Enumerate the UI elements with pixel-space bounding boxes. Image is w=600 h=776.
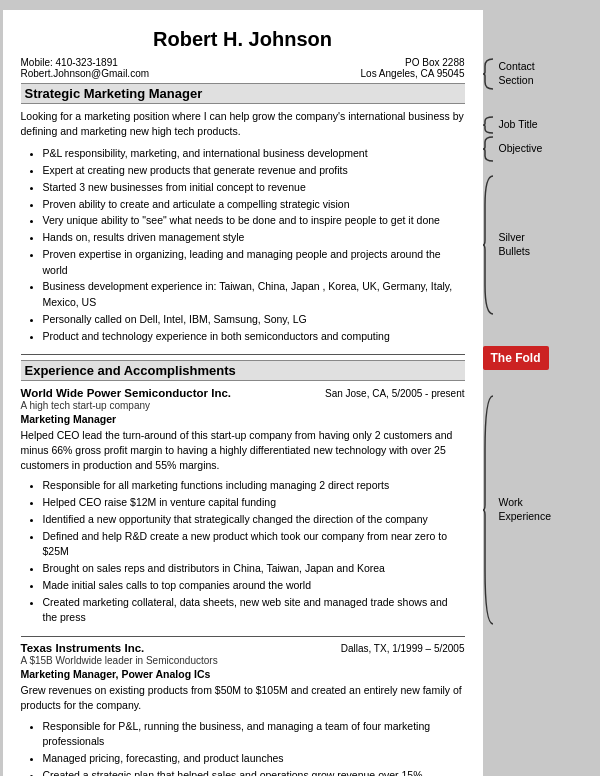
job-bullet-item: Helped CEO raise $12M in venture capital…: [43, 495, 465, 511]
section-divider-1: [21, 354, 465, 355]
silver-bullet-item: Proven expertise in organizing, leading …: [43, 247, 465, 279]
contact-left: Mobile: 410-323-1891 Robert.Johnson@Gmai…: [21, 57, 150, 79]
contact-annotation-label: ContactSection: [499, 60, 535, 87]
job-title-header: Strategic Marketing Manager: [21, 83, 465, 104]
fold-annotation: The Fold: [483, 346, 549, 370]
silver-bullet-item: Expert at creating new products that gen…: [43, 163, 465, 179]
company-row-2: Texas Instruments Inc. Dallas, TX, 1/199…: [21, 642, 465, 654]
company-desc-1: A high tech start-up company: [21, 400, 465, 411]
company-row-1: World Wide Power Semiconductor Inc. San …: [21, 387, 465, 399]
contact-right: PO Box 2288 Los Angeles, CA 95045: [361, 57, 465, 79]
silver-bullet-item: P&L responsibility, marketing, and inter…: [43, 146, 465, 162]
job-title-1: Marketing Manager: [21, 413, 465, 425]
job-bullets-2: Responsible for P&L, running the busines…: [21, 719, 465, 776]
work-experience-annotation: WorkExperience: [483, 395, 552, 625]
objective-brace-icon: [483, 136, 495, 162]
job-summary-2: Grew revenues on existing products from …: [21, 683, 465, 712]
silver-bullet-item: Business development experience in: Taiw…: [43, 279, 465, 311]
job-title-brace-icon: [483, 116, 495, 134]
contact-annotation: ContactSection: [483, 58, 535, 90]
work-experience-brace-icon: [483, 395, 495, 625]
silver-bullets-annotation: SilverBullets: [483, 175, 531, 315]
fold-badge: The Fold: [483, 346, 549, 370]
silver-bullet-item: Hands on, results driven management styl…: [43, 230, 465, 246]
silver-bullets-list: P&L responsibility, marketing, and inter…: [21, 146, 465, 344]
silver-bullet-item: Product and technology experience in bot…: [43, 329, 465, 345]
mobile-label: Mobile:: [21, 57, 53, 68]
experience-header: Experience and Accomplishments: [21, 360, 465, 381]
job-bullet-item: Made initial sales calls to top companie…: [43, 578, 465, 594]
silver-bullets-brace-icon: [483, 175, 495, 315]
pobox: PO Box 2288: [361, 57, 465, 68]
page-wrapper: Robert H. Johnson Mobile: 410-323-1891 R…: [3, 10, 598, 776]
company-name-1: World Wide Power Semiconductor Inc.: [21, 387, 232, 399]
mobile-line: Mobile: 410-323-1891: [21, 57, 150, 68]
silver-bullets-annotation-label: SilverBullets: [499, 231, 531, 258]
company-location-1: San Jose, CA, 5/2005 - present: [325, 388, 465, 399]
silver-bullet-item: Proven ability to create and articulate …: [43, 197, 465, 213]
objective-text: Looking for a marketing position where I…: [21, 109, 465, 138]
company-location-2: Dallas, TX, 1/1999 – 5/2005: [341, 643, 465, 654]
silver-bullet-item: Very unique ability to "see" what needs …: [43, 213, 465, 229]
job-bullets-1: Responsible for all marketing functions …: [21, 478, 465, 626]
contact-row: Mobile: 410-323-1891 Robert.Johnson@Gmai…: [21, 57, 465, 79]
company-desc-2: A $15B Worldwide leader in Semiconductor…: [21, 655, 465, 666]
job-bullet-item: Responsible for all marketing functions …: [43, 478, 465, 494]
job-bullet-item: Responsible for P&L, running the busines…: [43, 719, 465, 751]
job-bullet-item: Created marketing collateral, data sheet…: [43, 595, 465, 627]
contact-brace-icon: [483, 58, 495, 90]
email-line: Robert.Johnson@Gmail.com: [21, 68, 150, 79]
job-summary-1: Helped CEO lead the turn-around of this …: [21, 428, 465, 472]
candidate-name: Robert H. Johnson: [21, 28, 465, 51]
mobile-number: 410-323-1891: [56, 57, 118, 68]
job-bullet-item: Defined and help R&D create a new produc…: [43, 529, 465, 561]
company-name-2: Texas Instruments Inc.: [21, 642, 145, 654]
job-title-annotation: Job Title: [483, 116, 538, 134]
resume-document: Robert H. Johnson Mobile: 410-323-1891 R…: [3, 10, 483, 776]
silver-bullet-item: Personally called on Dell, Intel, IBM, S…: [43, 312, 465, 328]
job-title-2: Marketing Manager, Power Analog ICs: [21, 668, 465, 680]
job-bullet-item: Managed pricing, forecasting, and produc…: [43, 751, 465, 767]
work-experience-annotation-label: WorkExperience: [499, 496, 552, 523]
objective-annotation: Objective: [483, 136, 543, 162]
objective-annotation-label: Objective: [499, 142, 543, 156]
section-divider-2: [21, 636, 465, 637]
job-title-annotation-label: Job Title: [499, 118, 538, 132]
silver-bullet-item: Started 3 new businesses from initial co…: [43, 180, 465, 196]
job-bullet-item: Identified a new opportunity that strate…: [43, 512, 465, 528]
city-state: Los Angeles, CA 95045: [361, 68, 465, 79]
job-bullet-item: Brought on sales reps and distributors i…: [43, 561, 465, 577]
job-bullet-item: Created a strategic plan that helped sal…: [43, 768, 465, 776]
